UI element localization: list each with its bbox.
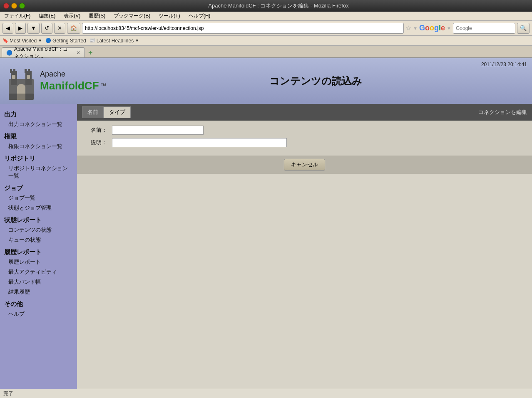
sidebar-section-authority: 権限 <box>0 129 77 141</box>
menu-help[interactable]: ヘルプ(H) <box>187 12 212 20</box>
menu-history[interactable]: 履歴(S) <box>87 12 107 20</box>
tabs-bar: 🔵 Apache ManifoldCF：コネクション... ✕ + <box>0 46 532 58</box>
statusbar: 完了 <box>0 389 532 398</box>
svg-rect-10 <box>27 75 30 79</box>
forward-button[interactable]: ▶ <box>15 23 26 34</box>
search-button[interactable]: 🔍 <box>517 23 530 34</box>
page-content: 名前 タイプ コネクションを編集 名前： 説明： <box>77 104 532 389</box>
latest-headlines-dropdown-icon[interactable]: ▼ <box>135 38 139 43</box>
menu-tools[interactable]: ツール(T) <box>157 12 181 20</box>
sidebar: 出力 出力コネクション一覧 権限 権限コネクション一覧 リポジトリ リポジトリコ… <box>0 104 77 389</box>
desc-label: 説明： <box>84 139 109 146</box>
desc-row: 説明： <box>84 138 525 147</box>
sidebar-section-repository: リポジトリ <box>0 151 77 163</box>
svg-rect-3 <box>10 69 12 73</box>
bookmark-star-icon[interactable]: ☆ <box>405 24 411 32</box>
sidebar-link-help[interactable]: ヘルプ <box>0 309 77 319</box>
sidebar-section-status-reports: 状態レポート <box>0 213 77 225</box>
editor-header: 名前 タイプ コネクションを編集 <box>77 104 532 121</box>
editor-body: 名前： 説明： <box>77 121 532 156</box>
forward-dropdown[interactable]: ▼ <box>27 23 40 34</box>
svg-rect-11 <box>9 94 34 100</box>
sidebar-section-jobs: ジョブ <box>0 181 77 193</box>
close-button[interactable] <box>3 3 9 9</box>
home-button[interactable]: 🏠 <box>67 23 80 34</box>
svg-rect-5 <box>25 69 27 73</box>
sidebar-link-history-report[interactable]: 履歴レポート <box>0 257 77 267</box>
window-title: Apache ManifoldCF : コネクションを編集 - Mozilla … <box>28 2 529 10</box>
editor-footer: キャンセル <box>77 156 532 174</box>
stop-button[interactable]: ✕ <box>54 23 65 34</box>
latest-headlines-icon: 📰 <box>89 38 95 43</box>
name-label: 名前： <box>84 126 109 134</box>
add-tab-button[interactable]: + <box>87 49 94 57</box>
svg-rect-9 <box>12 75 15 79</box>
tab-type[interactable]: タイプ <box>104 106 131 118</box>
sidebar-link-max-activity[interactable]: 最大アクティビティ <box>0 267 77 277</box>
sidebar-link-authority-connections[interactable]: 権限コネクション一覧 <box>0 141 77 151</box>
navbar: ◀ ▶ ▼ ↺ ✕ 🏠 ☆ ▼ Google ▼ 🔍 <box>0 21 532 36</box>
app-name-line1: Apache <box>40 70 106 79</box>
logo-castle-icon <box>7 62 36 100</box>
sidebar-link-result-history[interactable]: 結果履歴 <box>0 287 77 297</box>
bookmarks-bar: 🔖 Most Visited ▼ 🔵 Getting Started 📰 Lat… <box>0 36 532 46</box>
name-row: 名前： <box>84 126 525 135</box>
google-dropdown-icon[interactable]: ▼ <box>447 26 451 31</box>
app-name-line2: ManifoldCF ™ <box>40 79 106 92</box>
name-input[interactable] <box>112 126 204 135</box>
bookmark-latest-headlines[interactable]: 📰 Latest Headlines ▼ <box>89 38 139 44</box>
bookmark-icon: 🔖 <box>2 38 8 43</box>
svg-rect-4 <box>13 69 15 73</box>
editor-tabs: 名前 タイプ <box>82 106 131 118</box>
sidebar-link-repository-connections[interactable]: リポジトリコネクション一覧 <box>0 163 77 181</box>
search-input[interactable] <box>453 23 515 34</box>
header-datetime: 2011/12/23 20:14:41 <box>481 62 527 67</box>
menu-file[interactable]: ファイル(F) <box>2 12 32 20</box>
url-input[interactable] <box>82 23 404 34</box>
sidebar-section-other: その他 <box>0 297 77 309</box>
menu-bookmarks[interactable]: ブックマーク(B) <box>112 12 152 20</box>
status-text: 完了 <box>3 390 13 397</box>
sidebar-link-max-bandwidth[interactable]: 最大バンド幅 <box>0 277 77 287</box>
bookmark-getting-started[interactable]: 🔵 Getting Started <box>45 38 86 44</box>
sidebar-link-content-status[interactable]: コンテンツの状態 <box>0 225 77 235</box>
app-header: Apache ManifoldCF ™ コンテンツの読込み 2011/12/23… <box>0 58 532 104</box>
logo-area: Apache ManifoldCF ™ <box>7 62 106 100</box>
content-area: Apache ManifoldCF ™ コンテンツの読込み 2011/12/23… <box>0 58 532 389</box>
bookmark-most-visited[interactable]: 🔖 Most Visited ▼ <box>2 38 42 44</box>
bookmark-dropdown-icon[interactable]: ▼ <box>413 26 418 31</box>
tab-label: Apache ManifoldCF：コネクション... <box>14 46 72 60</box>
titlebar: Apache ManifoldCF : コネクションを編集 - Mozilla … <box>0 0 532 12</box>
menu-view[interactable]: 表示(V) <box>62 12 82 20</box>
minimize-button[interactable] <box>11 3 17 9</box>
sidebar-link-queue-status[interactable]: キューの状態 <box>0 235 77 245</box>
connection-editor: 名前 タイプ コネクションを編集 名前： 説明： <box>77 104 532 174</box>
back-button[interactable]: ◀ <box>2 23 13 34</box>
sidebar-link-job-list[interactable]: ジョブ一覧 <box>0 193 77 203</box>
window-controls[interactable] <box>3 3 25 9</box>
maximize-button[interactable] <box>19 3 25 9</box>
tab-close-icon[interactable]: ✕ <box>76 50 80 56</box>
cancel-button[interactable]: キャンセル <box>284 159 325 171</box>
most-visited-dropdown-icon[interactable]: ▼ <box>38 38 42 43</box>
page-title: コンテンツの読込み <box>106 74 525 88</box>
sidebar-section-history-reports: 履歴レポート <box>0 245 77 257</box>
menubar: ファイル(F) 編集(E) 表示(V) 履歴(S) ブックマーク(B) ツール(… <box>0 12 532 21</box>
sidebar-link-output-connections[interactable]: 出力コネクション一覧 <box>0 119 77 129</box>
getting-started-icon: 🔵 <box>45 38 51 43</box>
active-tab[interactable]: 🔵 Apache ManifoldCF：コネクション... ✕ <box>2 47 85 57</box>
tab-name[interactable]: 名前 <box>82 106 104 118</box>
menu-edit[interactable]: 編集(E) <box>37 12 57 20</box>
reload-button[interactable]: ↺ <box>41 23 52 34</box>
main-layout: 出力 出力コネクション一覧 権限 権限コネクション一覧 リポジトリ リポジトリコ… <box>0 104 532 389</box>
desc-input[interactable] <box>112 138 287 147</box>
svg-rect-6 <box>28 69 30 73</box>
sidebar-link-job-status[interactable]: 状態とジョブ管理 <box>0 203 77 213</box>
google-logo-icon: Google <box>419 24 445 32</box>
tab-favicon-icon: 🔵 <box>6 50 12 56</box>
sidebar-section-output: 出力 <box>0 107 77 119</box>
svg-point-8 <box>17 84 25 91</box>
editor-section-title: コネクションを編集 <box>478 109 527 116</box>
app-name-text: Apache ManifoldCF ™ <box>40 70 106 92</box>
